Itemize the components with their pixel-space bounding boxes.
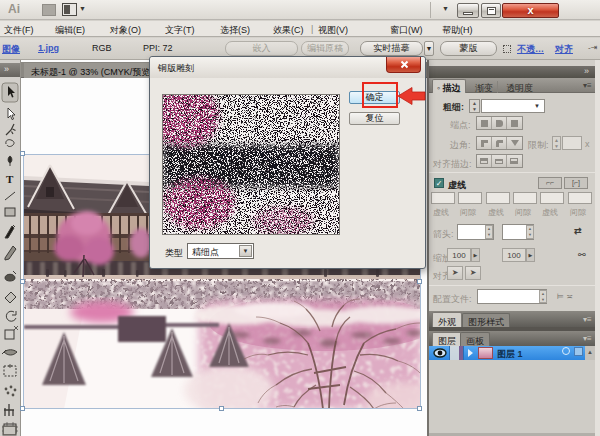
svg-text:T: T [6, 173, 14, 185]
